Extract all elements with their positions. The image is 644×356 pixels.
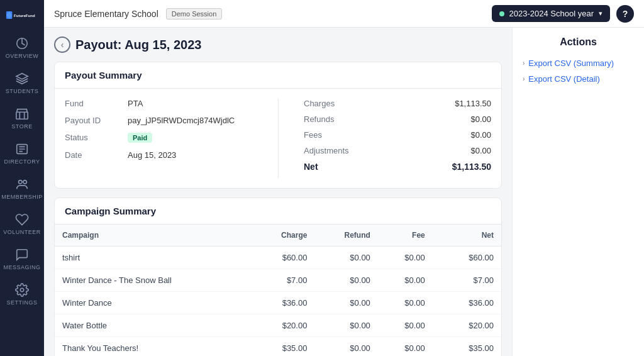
svg-text:FutureFund: FutureFund: [14, 14, 35, 18]
payout-id-row: Payout ID pay_jJP5lRWDcmcj874WjdlC: [65, 116, 253, 125]
back-arrow-icon: ‹: [61, 40, 64, 50]
campaign-name: Winter Dance: [55, 292, 246, 314]
chevron-right-icon: ›: [523, 60, 525, 67]
campaign-table-body: tshirt $60.00 $0.00 $0.00 $60.00 Winter …: [55, 247, 501, 357]
table-row: Thank You Teachers! $35.00 $0.00 $0.00 $…: [55, 337, 501, 357]
campaign-charge: $20.00: [246, 314, 314, 337]
action-label: Export CSV (Summary): [528, 58, 614, 68]
campaign-table-head: Campaign Charge Refund Fee Net: [55, 225, 501, 247]
campaign-refund: $0.00: [314, 314, 377, 337]
sidebar-overview-label: Overview: [6, 53, 38, 59]
date-value: Aug 15, 2023: [128, 150, 176, 160]
campaign-refund: $0.00: [314, 337, 377, 357]
col-net: Net: [433, 225, 501, 247]
sidebar-membership-label: Membership: [1, 194, 43, 200]
campaign-refund: $0.00: [314, 292, 377, 314]
sidebar: FutureFund Overview Students Store Direc…: [0, 0, 44, 356]
sidebar-item-overview[interactable]: Overview: [0, 30, 44, 65]
payout-fund-row: Fund PTA: [65, 99, 253, 108]
paid-badge: Paid: [128, 133, 152, 143]
campaign-name: tshirt: [55, 247, 246, 269]
demo-badge: Demo Session: [166, 8, 223, 19]
sidebar-item-messaging[interactable]: Messaging: [0, 242, 44, 277]
net-label: Net: [304, 162, 318, 172]
fund-label: Fund: [65, 99, 128, 108]
payout-right: Charges $1,113.50 Refunds $0.00 Fees $0.…: [278, 99, 491, 178]
fees-value: $0.00: [470, 130, 491, 140]
payout-date-row: Date Aug 15, 2023: [65, 150, 253, 160]
sidebar-directory-label: Directory: [4, 159, 40, 165]
col-campaign: Campaign: [55, 225, 246, 247]
campaign-net: $20.00: [433, 314, 501, 337]
campaign-fee: $0.00: [378, 337, 433, 357]
campaign-charge: $7.00: [246, 269, 314, 292]
payout-id-value: pay_jJP5lRWDcmcj874WjdlC: [128, 116, 235, 125]
chevron-right-icon: ›: [523, 75, 525, 82]
status-label: Status: [65, 133, 128, 142]
svg-rect-4: [16, 112, 28, 119]
col-charge: Charge: [246, 225, 314, 247]
fees-row: Fees $0.00: [304, 130, 491, 140]
refunds-row: Refunds $0.00: [304, 114, 491, 124]
main-content: Spruce Elementary School Demo Session 20…: [44, 0, 644, 356]
adjustments-row: Adjustments $0.00: [304, 146, 491, 155]
charges-value: $1,113.50: [455, 99, 491, 108]
campaign-table: Campaign Charge Refund Fee Net tshirt $6…: [55, 225, 501, 356]
action-item-export-csv-detail[interactable]: ›Export CSV (Detail): [520, 71, 636, 87]
sidebar-store-label: Store: [11, 123, 32, 130]
table-row: Water Bottle $20.00 $0.00 $0.00 $20.00: [55, 314, 501, 337]
adjustments-value: $0.00: [470, 146, 491, 155]
payout-grid: Fund PTA Payout ID pay_jJP5lRWDcmcj874Wj…: [65, 99, 491, 178]
logo[interactable]: FutureFund: [0, 0, 44, 30]
back-button[interactable]: ‹: [54, 36, 70, 53]
refunds-value: $0.00: [470, 114, 491, 124]
fees-label: Fees: [304, 130, 322, 140]
campaign-fee: $0.00: [378, 292, 433, 314]
sidebar-item-membership[interactable]: Membership: [0, 171, 44, 206]
sidebar-item-directory[interactable]: Directory: [0, 136, 44, 171]
year-selector[interactable]: 2023-2024 School year ▾: [492, 5, 610, 22]
adjustments-label: Adjustments: [304, 146, 349, 155]
help-button[interactable]: ?: [616, 5, 634, 23]
sidebar-item-store[interactable]: Store: [0, 101, 44, 136]
campaign-fee: $0.00: [378, 269, 433, 292]
content-area: ‹ Payout: Aug 15, 2023 Payout Summary Fu…: [44, 28, 644, 356]
payout-summary-header: Payout Summary: [55, 62, 501, 89]
refunds-label: Refunds: [304, 114, 334, 124]
action-item-export-csv-summary[interactable]: ›Export CSV (Summary): [520, 55, 636, 71]
campaign-refund: $0.00: [314, 269, 377, 292]
campaign-net: $7.00: [433, 269, 501, 292]
payout-summary-body: Fund PTA Payout ID pay_jJP5lRWDcmcj874Wj…: [55, 89, 501, 188]
svg-point-6: [19, 181, 23, 184]
payout-status-row: Status Paid: [65, 133, 253, 143]
payout-id-label: Payout ID: [65, 116, 128, 125]
sidebar-item-students[interactable]: Students: [0, 65, 44, 101]
action-label: Export CSV (Detail): [528, 74, 599, 84]
chevron-down-icon: ▾: [599, 9, 602, 18]
payout-left: Fund PTA Payout ID pay_jJP5lRWDcmcj874Wj…: [65, 99, 278, 178]
date-label: Date: [65, 150, 128, 160]
campaign-table-header-row: Campaign Charge Refund Fee Net: [55, 225, 501, 247]
page-main: ‹ Payout: Aug 15, 2023 Payout Summary Fu…: [44, 28, 512, 356]
campaign-fee: $0.00: [378, 247, 433, 269]
actions-title: Actions: [520, 36, 636, 48]
campaign-net: $36.00: [433, 292, 501, 314]
sidebar-settings-label: Settings: [6, 299, 37, 306]
sidebar-item-volunteer[interactable]: Volunteer: [0, 206, 44, 242]
topbar: Spruce Elementary School Demo Session 20…: [44, 0, 644, 28]
col-fee: Fee: [378, 225, 433, 247]
sidebar-students-label: Students: [6, 88, 39, 94]
action-items-container: ›Export CSV (Summary)›Export CSV (Detail…: [520, 55, 636, 87]
campaign-charge: $36.00: [246, 292, 314, 314]
campaign-charge: $60.00: [246, 247, 314, 269]
campaign-fee: $0.00: [378, 314, 433, 337]
charges-row: Charges $1,113.50: [304, 99, 491, 108]
year-label: 2023-2024 School year: [509, 9, 594, 18]
sidebar-item-settings[interactable]: Settings: [0, 277, 44, 312]
sidebar-messaging-label: Messaging: [3, 264, 40, 270]
help-label: ?: [623, 9, 628, 19]
status-dot: [499, 11, 504, 16]
col-refund: Refund: [314, 225, 377, 247]
table-row: tshirt $60.00 $0.00 $0.00 $60.00: [55, 247, 501, 269]
campaign-net: $60.00: [433, 247, 501, 269]
